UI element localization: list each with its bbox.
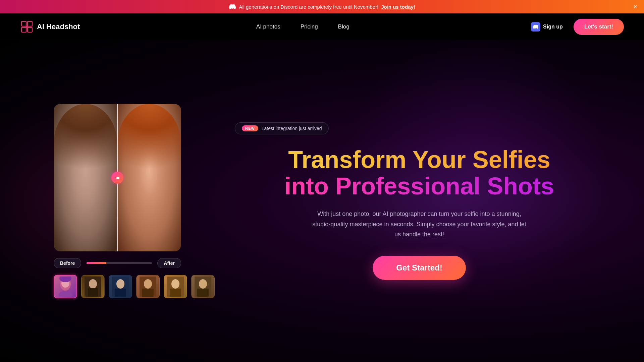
svg-point-7 bbox=[59, 291, 72, 297]
nav-ai-photos[interactable]: AI photos bbox=[256, 23, 280, 30]
new-pill: NEW bbox=[242, 125, 258, 131]
svg-rect-24 bbox=[197, 289, 209, 297]
svg-point-20 bbox=[171, 279, 179, 289]
svg-rect-1 bbox=[21, 21, 26, 26]
thumbnail-2-image bbox=[82, 276, 104, 298]
nav-right: Sign up Let's start! bbox=[526, 19, 624, 35]
right-section: NEW Latest integration just arrived Tran… bbox=[215, 40, 644, 362]
svg-rect-21 bbox=[170, 289, 181, 297]
nav-links: AI photos Pricing Blog bbox=[256, 23, 350, 30]
thumbnail-5[interactable] bbox=[164, 275, 187, 298]
discord-icon bbox=[229, 3, 236, 10]
left-section: Before After bbox=[0, 40, 215, 362]
thumbnail-4[interactable] bbox=[136, 275, 160, 298]
comparison-controls: Before After bbox=[54, 258, 181, 268]
thumbnail-3-image bbox=[109, 276, 131, 298]
new-badge-text: Latest integration just arrived bbox=[262, 126, 322, 131]
main-content: Before After bbox=[0, 40, 644, 362]
svg-point-5 bbox=[26, 26, 28, 28]
nav-pricing[interactable]: Pricing bbox=[301, 23, 318, 30]
svg-rect-2 bbox=[28, 21, 32, 26]
comparison-slider[interactable] bbox=[87, 262, 152, 264]
thumbnail-5-image bbox=[164, 276, 186, 298]
after-label: After bbox=[157, 258, 181, 268]
signup-label: Sign up bbox=[543, 24, 563, 30]
logo-text: AI Headshot bbox=[37, 22, 80, 31]
logo[interactable]: AI Headshot bbox=[20, 20, 80, 34]
get-started-button[interactable]: Get Started! bbox=[373, 256, 466, 280]
hair-after bbox=[117, 104, 181, 185]
nav-blog[interactable]: Blog bbox=[338, 23, 350, 30]
thumbnail-3[interactable] bbox=[109, 275, 132, 298]
banner-message: All generations on Discord are completel… bbox=[239, 4, 378, 10]
hero-line1: Transform Your Selfies bbox=[284, 146, 554, 173]
thumbnail-2[interactable] bbox=[81, 275, 105, 298]
svg-point-11 bbox=[89, 279, 97, 289]
hair-before bbox=[54, 104, 117, 185]
svg-rect-3 bbox=[21, 27, 26, 32]
svg-point-14 bbox=[116, 279, 124, 289]
discord-badge-icon bbox=[531, 22, 540, 32]
svg-point-23 bbox=[199, 279, 207, 289]
before-label: Before bbox=[54, 258, 81, 268]
thumbnail-1-image bbox=[54, 276, 76, 298]
slider-fill bbox=[87, 262, 106, 264]
svg-rect-12 bbox=[88, 288, 98, 297]
photo-comparison bbox=[54, 104, 181, 251]
announcement-banner: All generations on Discord are completel… bbox=[0, 0, 644, 13]
thumbnail-1[interactable] bbox=[54, 275, 77, 298]
thumbnail-6-image bbox=[192, 276, 214, 298]
new-badge: NEW Latest integration just arrived bbox=[235, 122, 329, 134]
lets-start-button[interactable]: Let's start! bbox=[574, 19, 624, 35]
thumbnail-6[interactable] bbox=[191, 275, 215, 298]
photo-before bbox=[54, 104, 117, 251]
svg-rect-15 bbox=[115, 289, 126, 297]
logo-icon bbox=[20, 20, 34, 34]
banner-link[interactable]: Join us today! bbox=[381, 4, 415, 10]
thumbnail-4-image bbox=[137, 276, 159, 298]
photo-after bbox=[117, 104, 181, 251]
signup-button[interactable]: Sign up bbox=[526, 19, 568, 34]
hero-title: Transform Your Selfies into Professional… bbox=[284, 146, 554, 199]
thumbnail-strip bbox=[54, 275, 215, 298]
hero-subtitle: With just one photo, our AI photographer… bbox=[312, 209, 527, 240]
svg-point-17 bbox=[144, 279, 152, 289]
banner-close-button[interactable]: × bbox=[633, 3, 637, 10]
navbar: AI Headshot AI photos Pricing Blog Sign … bbox=[0, 13, 644, 40]
svg-rect-18 bbox=[142, 289, 154, 297]
hero-line2: into Professional Shots bbox=[284, 173, 554, 199]
split-handle[interactable] bbox=[111, 172, 123, 184]
svg-rect-4 bbox=[28, 27, 32, 32]
